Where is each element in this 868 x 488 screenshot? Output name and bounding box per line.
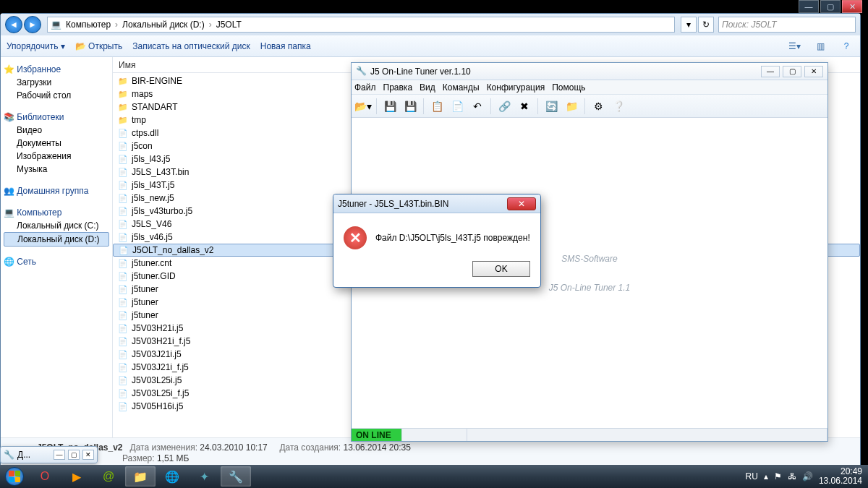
taskbar-mailru[interactable]: @ (93, 466, 124, 487)
sidebar-item-downloads[interactable]: Загрузки (4, 76, 109, 89)
file-name: j5tuner (132, 297, 158, 307)
disconnect-icon[interactable]: ✖ (516, 98, 533, 115)
preview-pane-button[interactable]: ▥ (812, 38, 828, 54)
help-icon[interactable]: ❔ (610, 98, 627, 115)
taskbar-opera[interactable]: O (30, 466, 60, 487)
tuner-close-button[interactable]: ✕ (804, 66, 823, 77)
folder-icon[interactable]: 📁 (563, 98, 580, 115)
menu-config[interactable]: Конфигурация (487, 82, 545, 93)
tuner-titlebar[interactable]: 🔧 J5 On-Line Tuner ver.1.10 — ▢ ✕ (352, 63, 827, 80)
new-folder-button[interactable]: Новая папка (260, 41, 311, 51)
dialog-titlebar[interactable]: J5tuner - J5LS_L43T.bin.BIN ✕ (333, 194, 540, 213)
tray-volume-icon[interactable]: 🔊 (802, 471, 813, 481)
file-name: j5tuner.cnt (132, 258, 171, 268)
dialog-ok-button[interactable]: OK (472, 261, 530, 277)
crumb-drive[interactable]: Локальный диск (D:) (122, 20, 205, 30)
file-name: j5tuner (132, 284, 158, 294)
file-icon (117, 127, 129, 139)
sidebar-item-videos[interactable]: Видео (4, 124, 109, 137)
file-icon (117, 231, 129, 243)
sidebar-favorites[interactable]: ⭐ Избранное (4, 64, 109, 74)
tuner-app-icon: 🔧 (356, 66, 367, 77)
file-name: j5tuner (132, 310, 158, 320)
system-tray: RU ▴ ⚑ 🖧 🔊 20:49 13.06.2014 (740, 467, 868, 486)
save-all-icon[interactable]: 💾 (401, 98, 419, 115)
preview-icon: 🔧 (4, 450, 14, 460)
copy-icon[interactable]: 📋 (428, 98, 446, 115)
file-name: BIR-ENGINE (132, 76, 182, 86)
tray-flag-icon[interactable]: ⚑ (774, 471, 782, 481)
settings-icon[interactable]: ⚙ (590, 98, 607, 115)
taskbar-tuner[interactable]: 🔧 (221, 466, 251, 487)
open-button[interactable]: 📂 Открыть (75, 41, 122, 51)
file-name: tmp (132, 115, 146, 125)
tuner-maximize-button[interactable]: ▢ (783, 66, 801, 77)
history-dropdown-button[interactable]: ▾ (681, 17, 697, 33)
back-button[interactable]: ◄ (5, 16, 22, 33)
preview-close[interactable]: ✕ (82, 450, 94, 460)
file-name: ctps.dll (132, 128, 158, 138)
open-icon[interactable]: 📂▾ (354, 98, 372, 115)
taskbar-explorer[interactable]: 📁 (125, 466, 156, 487)
paste-icon[interactable]: 📄 (448, 98, 466, 115)
dialog-title: J5tuner - J5LS_L43T.bin.BIN (338, 199, 507, 209)
column-header-name[interactable]: Имя (113, 60, 258, 70)
sidebar-item-desktop[interactable]: Рабочий стол (4, 89, 109, 102)
connect-icon[interactable]: 🔗 (495, 98, 513, 115)
explorer-minimize-button[interactable]: — (799, 0, 819, 13)
file-icon (117, 205, 129, 217)
sidebar-item-pictures[interactable]: Изображения (4, 150, 109, 163)
tray-clock[interactable]: 20:49 13.06.2014 (819, 467, 862, 486)
file-icon (117, 283, 129, 295)
file-icon (117, 401, 129, 412)
sidebar-homegroup[interactable]: 👥 Домашняя группа (4, 186, 109, 196)
crumb-computer[interactable]: Компьютер (66, 20, 111, 30)
sync-icon[interactable]: 🔄 (542, 98, 560, 115)
tuner-minimize-button[interactable]: — (761, 66, 780, 77)
taskbar-app1[interactable]: ✦ (189, 466, 219, 487)
start-button[interactable] (0, 465, 29, 488)
menu-edit[interactable]: Правка (383, 82, 413, 93)
organize-button[interactable]: Упорядочить ▾ (7, 41, 65, 51)
file-icon (117, 361, 129, 373)
forward-button[interactable]: ► (24, 16, 41, 33)
sidebar-item-drive-d[interactable]: Локальный диск (D:) (4, 232, 109, 247)
sidebar-libraries[interactable]: 📚 Библиотеки (4, 112, 109, 122)
menu-help[interactable]: Помощь (552, 82, 585, 93)
sidebar-item-documents[interactable]: Документы (4, 137, 109, 150)
explorer-close-button[interactable]: ✕ (842, 0, 862, 13)
preview-min[interactable]: — (54, 450, 65, 460)
file-icon (117, 388, 129, 399)
file-icon (117, 114, 129, 126)
taskbar-preview[interactable]: 🔧 Д... — ▢ ✕ (0, 446, 98, 463)
search-input[interactable]: Поиск: J5OLT (718, 17, 856, 33)
preview-max[interactable]: ▢ (68, 450, 80, 460)
view-options-button[interactable]: ☰▾ (786, 38, 802, 54)
menu-view[interactable]: Вид (420, 82, 435, 93)
dialog-close-button[interactable]: ✕ (507, 197, 536, 210)
sidebar-item-music[interactable]: Музыка (4, 163, 109, 176)
sidebar-computer[interactable]: 💻 Компьютер (4, 207, 109, 218)
menu-file[interactable]: Файл (354, 82, 376, 93)
menu-commands[interactable]: Команды (443, 82, 480, 93)
file-name: J5V03J21i.j5 (132, 349, 182, 359)
explorer-maximize-button[interactable]: ▢ (820, 0, 841, 13)
file-icon (117, 192, 129, 204)
tray-lang[interactable]: RU (746, 471, 758, 481)
undo-icon[interactable]: ↶ (469, 98, 486, 115)
file-name: J5V05H16i.j5 (132, 401, 183, 411)
help-button[interactable]: ? (838, 38, 854, 54)
taskbar-chrome[interactable]: 🌐 (157, 466, 187, 487)
taskbar-mediaplayer[interactable]: ▶ (61, 466, 92, 487)
refresh-button[interactable]: ↻ (698, 17, 714, 33)
breadcrumb[interactable]: 💻 Компьютер› Локальный диск (D:)› J5OLT (47, 17, 675, 33)
error-icon: ✕ (344, 226, 367, 249)
save-icon[interactable]: 💾 (381, 98, 399, 115)
sidebar-item-drive-c[interactable]: Локальный диск (C:) (4, 219, 109, 232)
crumb-folder[interactable]: J5OLT (216, 20, 242, 30)
burn-button[interactable]: Записать на оптический диск (132, 41, 250, 51)
file-icon (117, 140, 129, 152)
sidebar-network[interactable]: 🌐 Сеть (4, 257, 109, 267)
tray-network-icon[interactable]: 🖧 (788, 471, 796, 481)
tray-arrow-icon[interactable]: ▴ (764, 471, 768, 481)
